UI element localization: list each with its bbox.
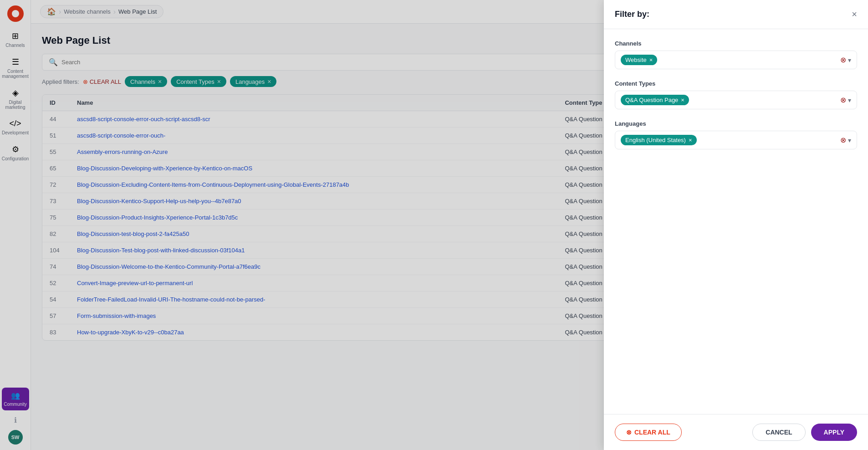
filter-overlay: Filter by: × Channels Website × ⊗ ▾ <box>0 0 868 450</box>
languages-chevron-icon: ▾ <box>848 137 851 144</box>
channels-tag-website-label: Website <box>625 56 647 63</box>
languages-tags: English (United States) × <box>621 135 840 145</box>
channels-tag-website[interactable]: Website × <box>621 55 657 65</box>
channels-chevron-icon: ▾ <box>848 56 851 64</box>
channels-tags: Website × <box>621 55 840 65</box>
content-types-select-box[interactable]: Q&A Question Page × ⊗ ▾ <box>615 91 857 109</box>
filter-panel: Filter by: × Channels Website × ⊗ ▾ <box>604 0 868 450</box>
channels-actions: ⊗ ▾ <box>840 56 851 64</box>
languages-section-label: Languages <box>615 120 857 127</box>
channels-section-label: Channels <box>615 40 857 47</box>
apply-button[interactable]: APPLY <box>811 424 857 441</box>
panel-close-button[interactable]: × <box>852 9 857 20</box>
panel-footer: ⊗ CLEAR ALL CANCEL APPLY <box>604 414 868 450</box>
channels-tag-website-remove[interactable]: × <box>649 56 653 63</box>
content-types-clear-button[interactable]: ⊗ <box>840 96 846 104</box>
languages-actions: ⊗ ▾ <box>840 136 851 144</box>
languages-select-box[interactable]: English (United States) × ⊗ ▾ <box>615 131 857 149</box>
panel-clear-all-icon: ⊗ <box>626 429 632 436</box>
panel-clear-all-button[interactable]: ⊗ CLEAR ALL <box>615 424 682 441</box>
channels-select-box[interactable]: Website × ⊗ ▾ <box>615 51 857 69</box>
content-types-tags: Q&A Question Page × <box>621 95 840 105</box>
panel-header: Filter by: × <box>604 0 868 29</box>
footer-actions: CANCEL APPLY <box>752 424 857 441</box>
channels-clear-button[interactable]: ⊗ <box>840 56 846 64</box>
languages-tag-english-label: English (United States) <box>625 137 686 143</box>
content-types-tag-qa-label: Q&A Question Page <box>625 97 678 103</box>
languages-tag-english-remove[interactable]: × <box>689 137 692 143</box>
cancel-button[interactable]: CANCEL <box>752 424 805 441</box>
content-types-actions: ⊗ ▾ <box>840 96 851 104</box>
filter-section-channels: Channels Website × ⊗ ▾ <box>615 40 857 69</box>
panel-body: Channels Website × ⊗ ▾ Content <box>604 29 868 414</box>
languages-tag-english[interactable]: English (United States) × <box>621 135 697 145</box>
filter-section-languages: Languages English (United States) × ⊗ ▾ <box>615 120 857 149</box>
panel-clear-all-label: CLEAR ALL <box>634 429 670 436</box>
filter-section-content-types: Content Types Q&A Question Page × ⊗ ▾ <box>615 80 857 109</box>
content-types-chevron-icon: ▾ <box>848 97 851 104</box>
content-types-tag-qa-remove[interactable]: × <box>681 97 684 103</box>
content-types-section-label: Content Types <box>615 80 857 87</box>
panel-title: Filter by: <box>615 10 649 19</box>
content-types-tag-qa[interactable]: Q&A Question Page × <box>621 95 689 105</box>
languages-clear-button[interactable]: ⊗ <box>840 136 846 144</box>
